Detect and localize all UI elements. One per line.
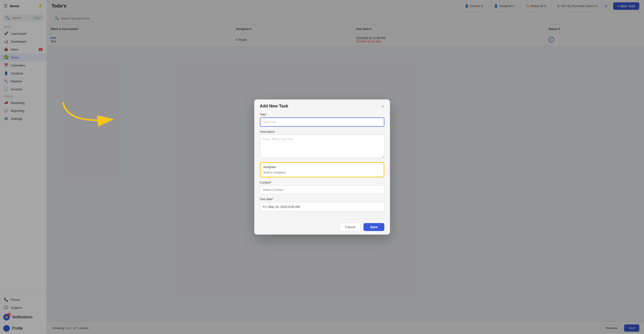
assignee-label: Assignee: [264, 165, 381, 169]
contact-label: Contact*: [260, 181, 384, 184]
arrow-annotation: [61, 101, 122, 130]
title-field-group: Title*: [260, 113, 384, 127]
modal-header: Add New Task ×: [254, 100, 390, 112]
title-input[interactable]: [260, 118, 384, 127]
due-date-value: Fri, May 19, 2023 8:00 AM: [263, 205, 300, 209]
due-date-field-group: Due date* Fri, May 19, 2023 8:00 AM: [260, 197, 384, 211]
title-label: Title*: [260, 113, 384, 116]
contact-field-group: Contact*: [260, 181, 384, 194]
modal-title: Add New Task: [260, 104, 288, 109]
due-date-label: Due date*: [260, 197, 384, 201]
description-field-group: Description: [260, 130, 384, 159]
modal-footer: Cancel Save: [254, 219, 390, 234]
cancel-button[interactable]: Cancel: [340, 223, 361, 231]
save-button[interactable]: Save: [364, 223, 384, 231]
modal-close-button[interactable]: ×: [382, 104, 384, 109]
description-label: Description: [260, 130, 384, 133]
modal-overlay: Add New Task × Title* Description Assign…: [0, 0, 644, 334]
description-textarea[interactable]: [260, 135, 384, 158]
add-task-modal: Add New Task × Title* Description Assign…: [254, 100, 390, 234]
assignee-input[interactable]: [264, 171, 381, 174]
modal-body: Title* Description Assignee Contact* Due…: [254, 112, 390, 219]
assignee-highlight-box: Assignee: [260, 162, 384, 177]
contact-input[interactable]: [260, 185, 384, 194]
